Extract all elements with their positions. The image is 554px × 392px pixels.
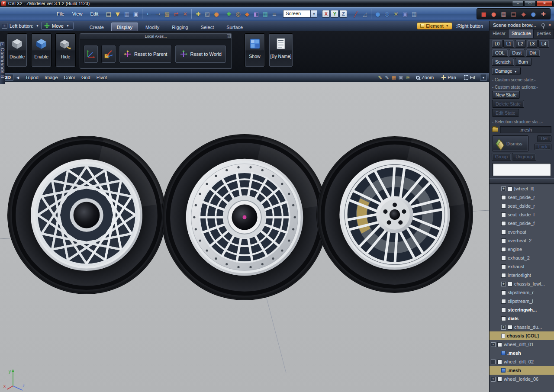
layer-burn-button[interactable]: Burn: [515, 58, 531, 66]
hide-button[interactable]: Hide: [55, 33, 76, 67]
uv-mapper-icon[interactable]: ▦: [499, 10, 508, 18]
visibility-checkbox[interactable]: [501, 212, 506, 217]
collapse-arrow-icon[interactable]: ◀: [15, 76, 20, 80]
maximize-button[interactable]: ▭: [524, 1, 536, 6]
scale-tool-icon[interactable]: ◆: [243, 10, 251, 18]
damage-dropdown-button[interactable]: Damage ▼: [492, 67, 521, 75]
layer-dust-button[interactable]: Dust: [509, 49, 525, 57]
expander-icon[interactable]: +: [501, 186, 506, 191]
expander-icon[interactable]: -: [491, 342, 496, 347]
visibility-checkbox[interactable]: [501, 273, 506, 278]
visibility-checkbox[interactable]: [501, 299, 506, 304]
axis-z-button[interactable]: Z: [339, 10, 347, 18]
element-mode-button[interactable]: Element ▼: [417, 22, 452, 29]
visibility-checkbox[interactable]: [501, 290, 506, 295]
expander-icon[interactable]: +: [491, 377, 496, 382]
tab-select[interactable]: Select: [196, 23, 219, 31]
tree-item[interactable]: +[wheel_lf]: [490, 184, 554, 193]
tab-rigging[interactable]: Rigging: [167, 23, 193, 31]
visibility-checkbox[interactable]: [497, 377, 502, 382]
attach-icon[interactable]: ✚: [194, 10, 202, 18]
tree-item[interactable]: overheat_2: [490, 236, 554, 245]
rotate-tool-icon[interactable]: ◎: [234, 10, 242, 18]
tab-modify[interactable]: Modify: [140, 23, 164, 31]
move-tool-icon[interactable]: ✚: [225, 10, 233, 18]
tree-item[interactable]: slipstream_r: [490, 288, 554, 297]
tree-item[interactable]: -wheel_drft_01: [490, 340, 554, 349]
tree-item[interactable]: exhaust_2: [490, 254, 554, 262]
pin-icon[interactable]: [541, 23, 545, 27]
tab-display[interactable]: Display: [111, 22, 138, 31]
layer-scratch-button[interactable]: Scratch: [492, 58, 514, 66]
viewport-options-dropdown[interactable]: ▼: [480, 74, 487, 81]
visibility-checkbox[interactable]: [501, 308, 506, 312]
viewport-menu-tripod[interactable]: Tripod: [22, 74, 42, 81]
lod-l2-button[interactable]: L2: [515, 40, 526, 48]
visibility-checkbox[interactable]: [501, 316, 506, 321]
by-name-button[interactable]: [By Name]: [269, 33, 293, 67]
grid-toggle-icon[interactable]: ▦: [410, 10, 418, 18]
viewport-menu-color[interactable]: Color: [61, 74, 78, 81]
expander-icon[interactable]: +: [501, 325, 506, 330]
axes-paint-button[interactable]: [101, 45, 116, 63]
detach-icon[interactable]: ▨: [203, 10, 211, 18]
commands-close-icon[interactable]: ✕: [0, 42, 4, 46]
visibility-checkbox[interactable]: [497, 360, 502, 364]
viewport-menu-image[interactable]: Image: [42, 74, 61, 81]
plugin-icon[interactable]: ◆: [519, 10, 528, 18]
tree-item[interactable]: -wheel_drft_02: [490, 357, 554, 366]
titlebar[interactable]: Z CVLX2 - ZModeler ver 3.1.2 (Build 1123…: [0, 0, 554, 7]
expander-icon[interactable]: -: [491, 360, 496, 364]
tree-item[interactable]: exhaust: [490, 262, 554, 271]
tree-item[interactable]: +chassis_du...: [490, 323, 554, 331]
group-button[interactable]: Group: [492, 153, 511, 161]
swatch-icon[interactable]: ▣: [397, 74, 404, 81]
visibility-checkbox[interactable]: [508, 325, 512, 330]
mirror-tool-icon[interactable]: ◧: [252, 10, 260, 18]
camera-icon[interactable]: ▣: [401, 10, 409, 18]
visibility-checkbox[interactable]: [501, 204, 506, 209]
palette-icon[interactable]: ▦: [390, 74, 397, 81]
left-button-dropdown-icon[interactable]: ▼: [36, 24, 39, 27]
ungroup-button[interactable]: Ungroup: [512, 153, 536, 161]
smooth-view-icon[interactable]: ◎: [383, 10, 391, 18]
del-button[interactable]: Del: [537, 135, 551, 142]
align-tool-icon[interactable]: ≡: [270, 10, 278, 18]
edge-mode-icon[interactable]: ╱: [351, 10, 360, 18]
reset-to-parent-button[interactable]: Reset to Parent: [119, 45, 172, 63]
expander-icon[interactable]: +: [501, 282, 506, 286]
save-file-icon[interactable]: ▦: [122, 10, 131, 18]
new-file-icon[interactable]: ▤: [104, 10, 113, 18]
tree-item[interactable]: seat_dside_f: [490, 210, 554, 219]
menu-file[interactable]: File: [53, 10, 68, 18]
options-icon[interactable]: ✚: [539, 10, 548, 18]
edit-state-button[interactable]: Edit State: [492, 109, 519, 117]
tree-item[interactable]: seat_pside_r: [490, 193, 554, 202]
panel-close-icon[interactable]: ✕: [547, 23, 552, 27]
enable-button[interactable]: Enable: [31, 33, 52, 67]
fit-button[interactable]: Fit: [461, 74, 478, 80]
sphere-view-icon[interactable]: ●: [374, 10, 382, 18]
light-toggle-icon[interactable]: ☼: [392, 10, 400, 18]
tree-item[interactable]: slipstream_l: [490, 297, 554, 305]
panel-tab-perties[interactable]: perties: [534, 29, 554, 38]
dock-grip-icon[interactable]: ≡: [2, 23, 7, 29]
zoom-button[interactable]: Zoom: [413, 74, 437, 80]
lod-l4-button[interactable]: L4: [538, 40, 549, 48]
tree-item[interactable]: overheat: [490, 228, 554, 236]
tree-item[interactable]: +wheel_loride_06: [490, 375, 554, 383]
layer-col-button[interactable]: COL: [492, 49, 508, 57]
panel-header[interactable]: Scene nodes brow... ✕: [490, 21, 554, 29]
reset-to-world-button[interactable]: Reset to World: [175, 45, 226, 63]
delete-state-button[interactable]: Delete State: [492, 100, 524, 108]
visibility-checkbox[interactable]: [501, 238, 506, 243]
element-dropdown-icon[interactable]: ▼: [446, 24, 449, 27]
group-expand-icon[interactable]: ◱: [227, 34, 231, 38]
axes-orientation-button[interactable]: [84, 45, 98, 63]
move-dropdown-icon[interactable]: ▼: [66, 24, 69, 27]
layer-dirt-button[interactable]: Dirt: [526, 49, 540, 57]
lock-button[interactable]: Lock: [535, 144, 551, 150]
show-button[interactable]: Show: [245, 33, 265, 67]
lod-l1-button[interactable]: L1: [503, 40, 514, 48]
snap-toggle-icon[interactable]: ▦: [261, 10, 269, 18]
